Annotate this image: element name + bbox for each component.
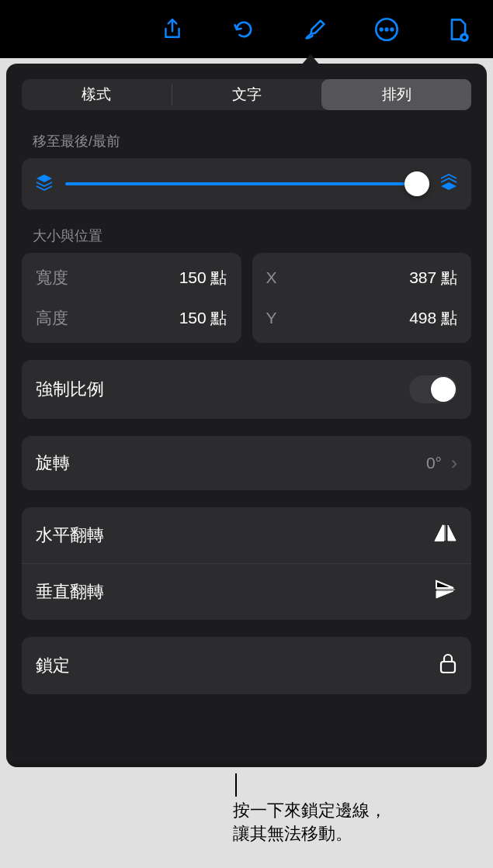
flip-horizontal-row[interactable]: 水平翻轉 <box>22 507 471 563</box>
callout-line1: 按一下來鎖定邊線， <box>233 799 387 822</box>
layers-back-icon <box>34 172 54 195</box>
lock-card: 鎖定 <box>22 637 471 694</box>
rotate-value: 0° <box>426 454 442 472</box>
y-row[interactable]: Y 498 點 <box>252 298 472 338</box>
document-icon[interactable] <box>443 14 474 45</box>
lock-icon <box>439 652 457 679</box>
width-row[interactable]: 寬度 150 點 <box>22 258 241 298</box>
svg-point-1 <box>380 27 383 30</box>
size-position-grid: 寬度 150 點 高度 150 點 X 387 點 Y 498 點 <box>22 253 471 343</box>
rotate-card: 旋轉 0° › <box>22 436 471 490</box>
width-label: 寬度 <box>36 267 68 289</box>
flip-vertical-icon <box>434 579 457 604</box>
top-toolbar <box>0 0 493 58</box>
tab-style[interactable]: 樣式 <box>22 79 172 110</box>
size-column: 寬度 150 點 高度 150 點 <box>22 253 241 343</box>
flip-vertical-row[interactable]: 垂直翻轉 <box>22 563 471 620</box>
x-label: X <box>266 268 277 287</box>
size-section-label: 大小與位置 <box>33 227 471 245</box>
slider-thumb[interactable] <box>404 171 429 196</box>
layer-order-slider[interactable] <box>65 182 428 185</box>
tab-segmented-control: 樣式 文字 排列 <box>22 79 471 110</box>
x-value: 387 點 <box>409 267 457 289</box>
y-label: Y <box>266 309 277 327</box>
chevron-right-icon: › <box>451 452 457 474</box>
height-row[interactable]: 高度 150 點 <box>22 298 241 338</box>
layers-front-icon <box>439 172 459 195</box>
popover-arrow <box>301 54 320 65</box>
share-icon[interactable] <box>157 14 188 45</box>
constrain-switch[interactable] <box>409 375 457 403</box>
move-section-label: 移至最後/最前 <box>33 132 471 150</box>
x-row[interactable]: X 387 點 <box>252 258 472 298</box>
constrain-card: 強制比例 <box>22 360 471 419</box>
more-icon[interactable] <box>371 14 402 45</box>
layer-order-slider-card <box>22 158 471 209</box>
svg-point-2 <box>385 27 388 30</box>
position-column: X 387 點 Y 498 點 <box>252 253 472 343</box>
callout-line2: 讓其無法移動。 <box>233 822 387 846</box>
flip-card: 水平翻轉 垂直翻轉 <box>22 507 471 620</box>
format-panel: 樣式 文字 排列 移至最後/最前 大小與位置 寬度 150 點 高度 150 點 <box>6 64 487 767</box>
lock-label: 鎖定 <box>36 654 70 677</box>
height-value: 150 點 <box>179 307 227 329</box>
switch-knob <box>431 377 456 402</box>
tab-text[interactable]: 文字 <box>172 79 322 110</box>
svg-rect-6 <box>441 662 455 673</box>
flip-h-label: 水平翻轉 <box>36 524 104 547</box>
svg-point-5 <box>463 36 467 40</box>
flip-v-label: 垂直翻轉 <box>36 580 104 603</box>
constrain-label: 強制比例 <box>36 378 104 401</box>
height-label: 高度 <box>36 307 68 329</box>
undo-icon[interactable] <box>228 14 259 45</box>
callout-text: 按一下來鎖定邊線， 讓其無法移動。 <box>233 799 387 845</box>
tab-arrange[interactable]: 排列 <box>321 79 471 110</box>
callout-leader-line <box>235 773 237 797</box>
lock-row[interactable]: 鎖定 <box>22 637 471 694</box>
constrain-proportions-row: 強制比例 <box>22 360 471 419</box>
svg-point-3 <box>391 27 394 30</box>
y-value: 498 點 <box>409 307 457 329</box>
rotate-label: 旋轉 <box>36 451 70 475</box>
format-brush-icon[interactable] <box>300 14 331 45</box>
flip-horizontal-icon <box>434 523 457 548</box>
rotate-row[interactable]: 旋轉 0° › <box>22 436 471 490</box>
width-value: 150 點 <box>179 267 227 289</box>
